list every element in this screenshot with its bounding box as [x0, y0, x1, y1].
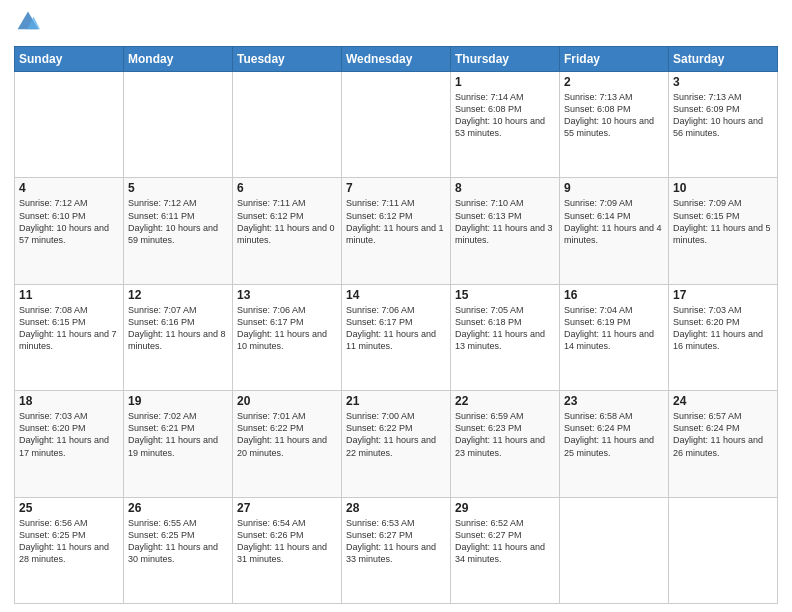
day-info: Sunrise: 7:07 AM Sunset: 6:16 PM Dayligh… [128, 304, 228, 353]
day-info: Sunrise: 7:12 AM Sunset: 6:11 PM Dayligh… [128, 197, 228, 246]
day-number: 7 [346, 181, 446, 195]
page: SundayMondayTuesdayWednesdayThursdayFrid… [0, 0, 792, 612]
calendar-cell [669, 497, 778, 603]
calendar-cell: 6Sunrise: 7:11 AM Sunset: 6:12 PM Daylig… [233, 178, 342, 284]
day-number: 27 [237, 501, 337, 515]
day-number: 22 [455, 394, 555, 408]
calendar-cell [124, 72, 233, 178]
calendar-cell: 14Sunrise: 7:06 AM Sunset: 6:17 PM Dayli… [342, 284, 451, 390]
calendar-cell: 28Sunrise: 6:53 AM Sunset: 6:27 PM Dayli… [342, 497, 451, 603]
header [14, 10, 778, 40]
calendar-cell: 4Sunrise: 7:12 AM Sunset: 6:10 PM Daylig… [15, 178, 124, 284]
day-info: Sunrise: 7:09 AM Sunset: 6:15 PM Dayligh… [673, 197, 773, 246]
day-number: 2 [564, 75, 664, 89]
day-info: Sunrise: 7:01 AM Sunset: 6:22 PM Dayligh… [237, 410, 337, 459]
day-info: Sunrise: 7:09 AM Sunset: 6:14 PM Dayligh… [564, 197, 664, 246]
calendar-cell: 27Sunrise: 6:54 AM Sunset: 6:26 PM Dayli… [233, 497, 342, 603]
week-row-4: 18Sunrise: 7:03 AM Sunset: 6:20 PM Dayli… [15, 391, 778, 497]
weekday-header-thursday: Thursday [451, 47, 560, 72]
day-number: 1 [455, 75, 555, 89]
calendar-cell: 17Sunrise: 7:03 AM Sunset: 6:20 PM Dayli… [669, 284, 778, 390]
day-number: 10 [673, 181, 773, 195]
day-number: 26 [128, 501, 228, 515]
day-number: 17 [673, 288, 773, 302]
day-info: Sunrise: 7:11 AM Sunset: 6:12 PM Dayligh… [346, 197, 446, 246]
day-info: Sunrise: 7:11 AM Sunset: 6:12 PM Dayligh… [237, 197, 337, 246]
day-number: 14 [346, 288, 446, 302]
weekday-header-sunday: Sunday [15, 47, 124, 72]
day-number: 24 [673, 394, 773, 408]
calendar-cell: 3Sunrise: 7:13 AM Sunset: 6:09 PM Daylig… [669, 72, 778, 178]
day-number: 15 [455, 288, 555, 302]
week-row-2: 4Sunrise: 7:12 AM Sunset: 6:10 PM Daylig… [15, 178, 778, 284]
week-row-3: 11Sunrise: 7:08 AM Sunset: 6:15 PM Dayli… [15, 284, 778, 390]
calendar-cell: 15Sunrise: 7:05 AM Sunset: 6:18 PM Dayli… [451, 284, 560, 390]
calendar-cell: 16Sunrise: 7:04 AM Sunset: 6:19 PM Dayli… [560, 284, 669, 390]
calendar-cell [342, 72, 451, 178]
day-info: Sunrise: 6:53 AM Sunset: 6:27 PM Dayligh… [346, 517, 446, 566]
day-number: 28 [346, 501, 446, 515]
day-number: 18 [19, 394, 119, 408]
week-row-1: 1Sunrise: 7:14 AM Sunset: 6:08 PM Daylig… [15, 72, 778, 178]
day-number: 29 [455, 501, 555, 515]
calendar-cell: 21Sunrise: 7:00 AM Sunset: 6:22 PM Dayli… [342, 391, 451, 497]
day-info: Sunrise: 7:06 AM Sunset: 6:17 PM Dayligh… [346, 304, 446, 353]
day-info: Sunrise: 6:55 AM Sunset: 6:25 PM Dayligh… [128, 517, 228, 566]
calendar-cell: 7Sunrise: 7:11 AM Sunset: 6:12 PM Daylig… [342, 178, 451, 284]
day-info: Sunrise: 7:13 AM Sunset: 6:08 PM Dayligh… [564, 91, 664, 140]
day-number: 16 [564, 288, 664, 302]
day-info: Sunrise: 6:56 AM Sunset: 6:25 PM Dayligh… [19, 517, 119, 566]
calendar-cell: 11Sunrise: 7:08 AM Sunset: 6:15 PM Dayli… [15, 284, 124, 390]
day-number: 13 [237, 288, 337, 302]
day-number: 5 [128, 181, 228, 195]
day-info: Sunrise: 7:03 AM Sunset: 6:20 PM Dayligh… [673, 304, 773, 353]
day-info: Sunrise: 7:06 AM Sunset: 6:17 PM Dayligh… [237, 304, 337, 353]
weekday-header-wednesday: Wednesday [342, 47, 451, 72]
calendar-cell: 20Sunrise: 7:01 AM Sunset: 6:22 PM Dayli… [233, 391, 342, 497]
day-info: Sunrise: 6:57 AM Sunset: 6:24 PM Dayligh… [673, 410, 773, 459]
day-info: Sunrise: 7:14 AM Sunset: 6:08 PM Dayligh… [455, 91, 555, 140]
day-info: Sunrise: 6:54 AM Sunset: 6:26 PM Dayligh… [237, 517, 337, 566]
calendar-cell: 23Sunrise: 6:58 AM Sunset: 6:24 PM Dayli… [560, 391, 669, 497]
day-number: 20 [237, 394, 337, 408]
calendar-cell: 2Sunrise: 7:13 AM Sunset: 6:08 PM Daylig… [560, 72, 669, 178]
calendar-cell: 19Sunrise: 7:02 AM Sunset: 6:21 PM Dayli… [124, 391, 233, 497]
day-number: 21 [346, 394, 446, 408]
day-info: Sunrise: 7:04 AM Sunset: 6:19 PM Dayligh… [564, 304, 664, 353]
day-info: Sunrise: 7:05 AM Sunset: 6:18 PM Dayligh… [455, 304, 555, 353]
calendar-cell [233, 72, 342, 178]
logo [14, 10, 42, 40]
calendar-table: SundayMondayTuesdayWednesdayThursdayFrid… [14, 46, 778, 604]
day-info: Sunrise: 7:13 AM Sunset: 6:09 PM Dayligh… [673, 91, 773, 140]
day-number: 19 [128, 394, 228, 408]
day-info: Sunrise: 6:58 AM Sunset: 6:24 PM Dayligh… [564, 410, 664, 459]
calendar-cell: 5Sunrise: 7:12 AM Sunset: 6:11 PM Daylig… [124, 178, 233, 284]
calendar-cell: 8Sunrise: 7:10 AM Sunset: 6:13 PM Daylig… [451, 178, 560, 284]
day-number: 25 [19, 501, 119, 515]
day-info: Sunrise: 7:08 AM Sunset: 6:15 PM Dayligh… [19, 304, 119, 353]
day-number: 23 [564, 394, 664, 408]
day-info: Sunrise: 6:59 AM Sunset: 6:23 PM Dayligh… [455, 410, 555, 459]
day-number: 9 [564, 181, 664, 195]
calendar-cell: 25Sunrise: 6:56 AM Sunset: 6:25 PM Dayli… [15, 497, 124, 603]
calendar-cell: 1Sunrise: 7:14 AM Sunset: 6:08 PM Daylig… [451, 72, 560, 178]
weekday-header-monday: Monday [124, 47, 233, 72]
calendar-cell [15, 72, 124, 178]
day-number: 12 [128, 288, 228, 302]
weekday-header-saturday: Saturday [669, 47, 778, 72]
calendar-cell: 26Sunrise: 6:55 AM Sunset: 6:25 PM Dayli… [124, 497, 233, 603]
calendar-cell: 9Sunrise: 7:09 AM Sunset: 6:14 PM Daylig… [560, 178, 669, 284]
calendar-cell: 12Sunrise: 7:07 AM Sunset: 6:16 PM Dayli… [124, 284, 233, 390]
calendar-cell: 22Sunrise: 6:59 AM Sunset: 6:23 PM Dayli… [451, 391, 560, 497]
day-number: 3 [673, 75, 773, 89]
calendar-cell: 10Sunrise: 7:09 AM Sunset: 6:15 PM Dayli… [669, 178, 778, 284]
calendar-cell: 18Sunrise: 7:03 AM Sunset: 6:20 PM Dayli… [15, 391, 124, 497]
calendar-cell: 13Sunrise: 7:06 AM Sunset: 6:17 PM Dayli… [233, 284, 342, 390]
day-info: Sunrise: 6:52 AM Sunset: 6:27 PM Dayligh… [455, 517, 555, 566]
calendar-cell: 29Sunrise: 6:52 AM Sunset: 6:27 PM Dayli… [451, 497, 560, 603]
day-info: Sunrise: 7:12 AM Sunset: 6:10 PM Dayligh… [19, 197, 119, 246]
weekday-header-row: SundayMondayTuesdayWednesdayThursdayFrid… [15, 47, 778, 72]
day-info: Sunrise: 7:03 AM Sunset: 6:20 PM Dayligh… [19, 410, 119, 459]
day-number: 6 [237, 181, 337, 195]
weekday-header-friday: Friday [560, 47, 669, 72]
